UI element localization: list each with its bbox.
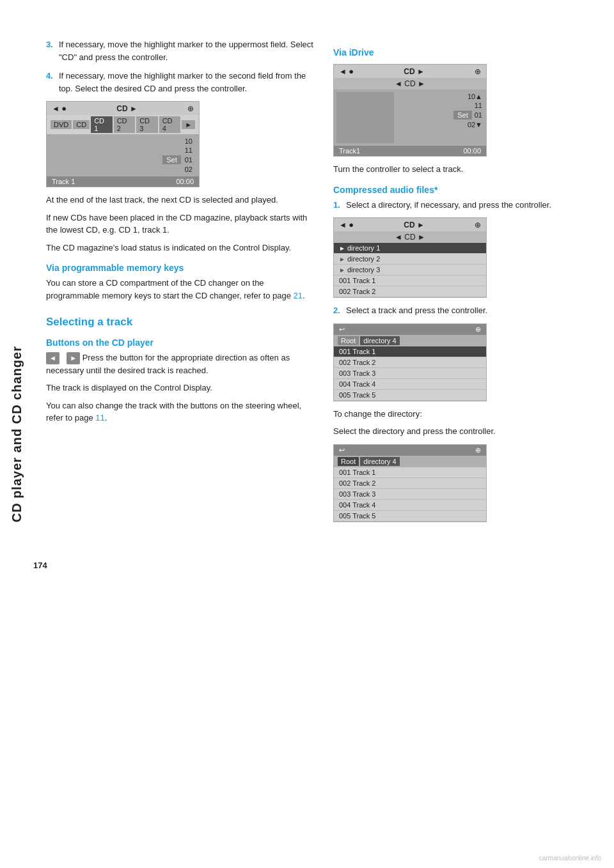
- para-3: The CD magazine's load status is indicat…: [46, 242, 314, 254]
- via-prog-heading: Via programmable memory keys: [46, 263, 314, 273]
- step-4-num: 4.: [46, 70, 55, 95]
- idrive-track-list: 10▲ 11 Set 01 02▼: [397, 89, 486, 146]
- track2-root: Root: [338, 457, 359, 466]
- track2-topbar: ↩ ⊕: [334, 445, 486, 456]
- buttons-para-1: ◄ ► Press the button for the appropriate…: [46, 352, 314, 376]
- cd-tab-more: ►: [182, 120, 195, 129]
- cd-topbar: ◄ ● CD ► ⊕: [47, 102, 199, 115]
- track2-breadcrumb: Root directory 4: [334, 456, 486, 467]
- dir-topbar-center: CD ►: [404, 221, 425, 229]
- cd-tab-cd1: CD 1: [91, 116, 113, 133]
- dir-item-track2: 002 Track 2: [334, 286, 486, 297]
- track2-item-4: 004 Track 4: [334, 500, 486, 511]
- idrive-topbar-center: CD ►: [404, 67, 425, 76]
- idrive-body: 10▲ 11 Set 01 02▼: [334, 89, 486, 146]
- track1-item-4: 004 Track 4: [334, 379, 486, 390]
- track-ui-1-screenshot: ↩ ⊕ Root directory 4 001 Track 1 002 Tra…: [333, 323, 500, 401]
- via-prog-text: You can store a CD compartment of the CD…: [46, 277, 314, 302]
- track2-back: ↩: [339, 446, 345, 454]
- cd-row-10: 10: [47, 137, 199, 146]
- para-2: If new CDs have been placed in the CD ma…: [46, 212, 314, 236]
- idrive-row-11: 11: [400, 101, 482, 110]
- compressed-step-2-text: Select a track and press the controller.: [346, 304, 601, 317]
- dir-label-3: directory 3: [347, 266, 380, 274]
- dir-arrow-1: ►: [339, 245, 345, 252]
- buttons-para-2: The track is displayed on the Control Di…: [46, 382, 314, 394]
- track2-item-3: 003 Track 3: [334, 489, 486, 500]
- idrive-set-label: Set: [453, 111, 472, 120]
- track1-back: ↩: [339, 325, 345, 334]
- compressed-step-2: 2. Select a track and press the controll…: [333, 304, 601, 317]
- idrive-set-val: 01: [475, 111, 482, 119]
- idrive-topbar-right: ⊕: [475, 67, 481, 76]
- track2-item-1: 001 Track 1: [334, 467, 486, 478]
- compressed-step-2-num: 2.: [333, 304, 342, 317]
- buttons-heading: Buttons on the CD player: [46, 337, 314, 348]
- track1-item-1: 001 Track 1: [334, 346, 486, 357]
- page-link-11: 11: [95, 413, 104, 422]
- dir-item-track1: 001 Track 1: [334, 275, 486, 286]
- cd-row-02: 02: [47, 165, 199, 174]
- idrive-track-label: Track1: [339, 147, 360, 155]
- prev-btn-icon: ◄: [46, 352, 59, 364]
- dir-ui-screenshot: ◄ ● CD ► ⊕ ◄ CD ► ► directory 1 ► direct…: [333, 217, 500, 298]
- idrive-set-row: Set 01: [400, 110, 482, 120]
- track2-right: ⊕: [475, 446, 481, 454]
- dir-track-2: 002 Track 2: [339, 288, 375, 295]
- idrive-topbar-left: ◄ ●: [339, 66, 354, 76]
- dir-label-1: directory 1: [347, 244, 380, 252]
- step-3: 3. If necessary, move the highlight mark…: [46, 38, 314, 63]
- buttons-text: Press the button for the appropriate dir…: [46, 353, 290, 375]
- track1-list: 001 Track 1 002 Track 2 003 Track 3 004 …: [334, 346, 486, 401]
- track2-item-5: 005 Track 5: [334, 511, 486, 522]
- compressed-step-1-text: Select a directory, if necessary, and pr…: [346, 199, 601, 212]
- cd-ui-screenshot: ◄ ● CD ► ⊕ DVD CD CD 1 CD 2 CD 3 CD 4 ► …: [46, 101, 212, 187]
- dir-item-2: ► directory 2: [334, 254, 486, 265]
- dir-item-1: ► directory 1: [334, 243, 486, 254]
- step-4: 4. If necessary, move the highlight mark…: [46, 70, 314, 95]
- dir-label-2: directory 2: [347, 255, 380, 263]
- change-dir-text2: Select the directory and press the contr…: [333, 425, 601, 438]
- step-3-text: If necessary, move the highlight marker …: [59, 38, 314, 63]
- cd-cover: [336, 92, 394, 143]
- cd-bottom-bar: Track 1 00:00: [47, 176, 199, 187]
- via-idrive-heading: Via iDrive: [333, 47, 601, 58]
- cd-set-value: 01: [185, 156, 193, 164]
- dir-track-1: 001 Track 1: [339, 277, 375, 284]
- cd-topbar-left: ◄ ●: [52, 104, 67, 113]
- idrive-topbar: ◄ ● CD ► ⊕: [334, 65, 486, 78]
- step-3-num: 3.: [46, 38, 55, 63]
- compressed-step-1-num: 1.: [333, 199, 342, 212]
- idrive-bottom-bar: Track1 00:00: [334, 146, 486, 156]
- track1-root: Root: [338, 336, 359, 345]
- compressed-step-1: 1. Select a directory, if necessary, and…: [333, 199, 601, 212]
- page-link-21: 21: [294, 291, 303, 300]
- cd-tab-cd: CD: [73, 120, 90, 129]
- left-column: 3. If necessary, move the highlight mark…: [46, 38, 314, 529]
- cd-tab-cd4: CD 4: [159, 116, 181, 133]
- idrive-row-02: 02▼: [400, 120, 482, 129]
- cd-topbar-center: CD ►: [116, 104, 138, 113]
- dir-topbar: ◄ ● CD ► ⊕: [334, 218, 486, 231]
- cd-tabs-row: DVD CD CD 1 CD 2 CD 3 CD 4 ►: [47, 115, 199, 134]
- cd-tab-dvd: DVD: [51, 120, 72, 129]
- idrive-cd-label: ◄ CD ►: [395, 79, 425, 88]
- dir-list: ► directory 1 ► directory 2 ► directory …: [334, 243, 486, 297]
- track1-topbar: ↩ ⊕: [334, 324, 486, 335]
- cd-set-row: Set 01: [47, 155, 199, 165]
- idrive-instruction: Turn the controller to select a track.: [333, 163, 601, 176]
- idrive-ui-screenshot: ◄ ● CD ► ⊕ ◄ CD ► 10▲ 11: [333, 64, 500, 157]
- track1-breadcrumb: Root directory 4: [334, 335, 486, 346]
- track-ui-2-screenshot: ↩ ⊕ Root directory 4 001 Track 1 002 Tra…: [333, 444, 500, 522]
- cd-topbar-right: ⊕: [187, 104, 194, 113]
- dir-arrow-2: ►: [339, 256, 345, 263]
- track1-dir4: directory 4: [360, 336, 399, 345]
- para-1: At the end of the last track, the next C…: [46, 194, 314, 206]
- cd-tab-cd3: CD 3: [136, 116, 158, 133]
- dir-topbar-right: ⊕: [475, 221, 481, 229]
- cd-row-11: 11: [47, 146, 199, 155]
- change-dir-text1: To change the directory:: [333, 408, 601, 421]
- step-4-text: If necessary, move the highlight marker …: [59, 70, 314, 95]
- dir-arrow-3: ►: [339, 267, 345, 274]
- next-btn-icon: ►: [67, 352, 80, 364]
